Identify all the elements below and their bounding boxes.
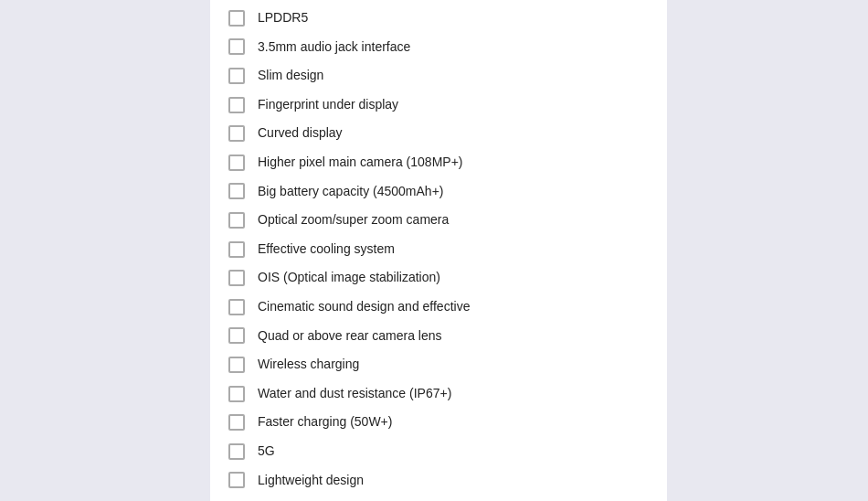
checkbox[interactable] [228,414,245,431]
checkbox[interactable] [228,38,245,55]
list-item: Lightweight design [228,466,649,496]
list-item: Big battery capacity (4500mAh+) [228,177,649,207]
checkbox[interactable] [228,299,245,315]
item-label: Curved display [258,124,343,143]
checkbox[interactable] [228,10,245,27]
checkbox[interactable] [228,270,245,286]
checkbox[interactable] [228,241,245,258]
list-item: 3.5mm audio jack interface [228,33,649,62]
list-item: extendable storage [228,495,649,501]
checkbox[interactable] [228,357,245,373]
list-item: Curved display [228,119,649,148]
checkbox[interactable] [228,386,245,402]
item-label: LPDDR5 [258,9,308,27]
list-item: LPDDR5 [228,4,649,33]
item-label: 5G [258,442,275,461]
checkbox[interactable] [228,183,245,199]
item-label: OIS (Optical image stabilization) [258,269,440,287]
checkbox[interactable] [228,125,245,142]
checkbox[interactable] [228,212,245,229]
list-item: Optical zoom/super zoom camera [228,206,649,235]
left-sidebar [0,0,210,501]
list-item: OIS (Optical image stabilization) [228,263,649,293]
main-container: LPDDR53.5mm audio jack interfaceSlim des… [0,0,868,501]
checkbox[interactable] [228,155,245,171]
list-item: Slim design [228,61,649,91]
item-label: Slim design [258,67,323,85]
checklist: LPDDR53.5mm audio jack interfaceSlim des… [210,0,667,501]
list-item: Effective cooling system [228,235,649,264]
item-label: Faster charging (50W+) [258,413,392,432]
item-label: Lightweight design [258,472,364,490]
checkbox[interactable] [228,97,245,113]
item-label: Wireless charging [258,356,359,374]
item-label: Quad or above rear camera lens [258,327,442,346]
checkbox[interactable] [228,443,245,460]
list-item: Higher pixel main camera (108MP+) [228,148,649,177]
list-item: Water and dust resistance (IP67+) [228,379,649,409]
right-sidebar [667,0,868,501]
item-label: Higher pixel main camera (108MP+) [258,154,462,172]
list-item: Wireless charging [228,350,649,379]
checkbox[interactable] [228,327,245,344]
item-label: Water and dust resistance (IP67+) [258,385,451,403]
list-item: Cinematic sound design and effective [228,293,649,322]
item-label: Big battery capacity (4500mAh+) [258,183,444,201]
list-item: Fingerprint under display [228,91,649,120]
item-label: Cinematic sound design and effective [258,298,470,316]
list-item: Faster charging (50W+) [228,408,649,437]
checkbox[interactable] [228,472,245,488]
list-item: 5G [228,437,649,466]
checkbox[interactable] [228,68,245,84]
list-item: Quad or above rear camera lens [228,322,649,351]
content-area: LPDDR53.5mm audio jack interfaceSlim des… [210,0,667,501]
item-label: Effective cooling system [258,240,395,259]
item-label: 3.5mm audio jack interface [258,38,410,57]
item-label: Fingerprint under display [258,96,398,114]
item-label: Optical zoom/super zoom camera [258,211,449,229]
